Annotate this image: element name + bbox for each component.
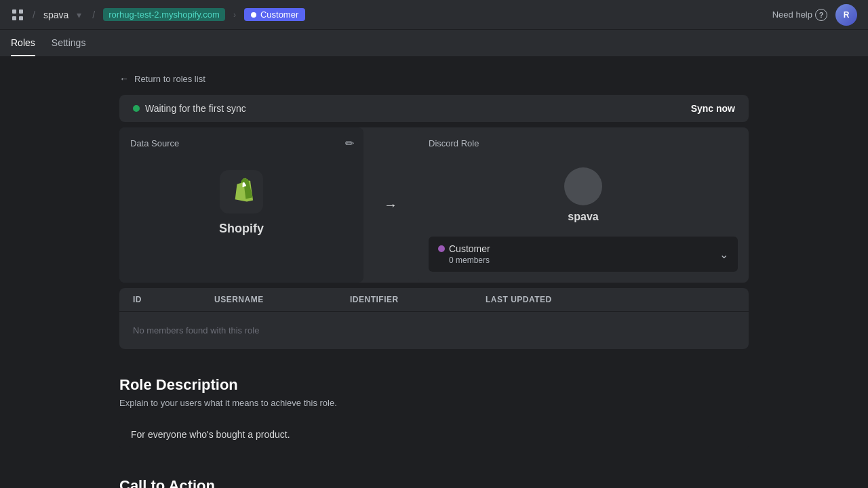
grid-icon — [11, 8, 24, 22]
role-members: 0 members — [449, 256, 490, 265]
table-empty-message: No members found with this role — [119, 312, 749, 349]
table-header: ID Username Identifier Last updated — [119, 288, 749, 312]
role-name-row: Customer — [438, 243, 490, 254]
workspace-name: spava — [43, 9, 68, 20]
discord-role-title: Discord Role — [429, 138, 738, 148]
topbar-right: Need help ? R — [772, 4, 857, 26]
discord-role-card: Discord Role spava Customer 0 members ⌄ — [418, 127, 749, 283]
svg-rect-0 — [12, 9, 16, 14]
data-source-title: Data Source — [130, 138, 179, 148]
role-description-section: Role Description Explain to your users w… — [119, 376, 749, 450]
column-last-updated: Last updated — [486, 295, 735, 304]
sync-status-text: Waiting for the first sync — [145, 103, 246, 114]
back-link-label: Return to roles list — [134, 74, 205, 84]
role-selector[interactable]: Customer 0 members ⌄ — [429, 237, 738, 272]
discord-logo-dot — [251, 12, 256, 18]
shopify-label: Shopify — [219, 222, 264, 236]
svg-rect-3 — [19, 16, 23, 20]
dropdown-arrow: ▾ — [77, 9, 81, 20]
avatar[interactable]: R — [835, 4, 857, 26]
sync-bar: Waiting for the first sync Sync now — [119, 95, 749, 122]
secondary-nav: Roles Settings — [0, 30, 868, 57]
sync-status: Waiting for the first sync — [133, 103, 246, 114]
role-description-desc: Explain to your users what it means to a… — [119, 398, 749, 408]
current-breadcrumb-label: Customer — [260, 9, 298, 20]
back-arrow-icon: ← — [119, 73, 129, 84]
server-avatar — [564, 167, 602, 205]
column-username: Username — [214, 295, 350, 304]
tab-roles[interactable]: Roles — [11, 30, 35, 56]
main-content: ← Return to roles list Waiting for the f… — [108, 57, 760, 488]
server-name: spava — [568, 211, 598, 223]
tab-settings[interactable]: Settings — [52, 30, 86, 56]
green-status-dot — [133, 105, 140, 112]
role-name: Customer — [449, 243, 490, 254]
edit-icon[interactable]: ✏ — [345, 137, 354, 150]
current-breadcrumb: Customer — [244, 8, 305, 21]
svg-rect-2 — [12, 16, 16, 20]
cards-row: Data Source ✏ Shopify → Disco — [119, 127, 749, 283]
svg-rect-1 — [19, 9, 23, 14]
members-table: ID Username Identifier Last updated No m… — [119, 288, 749, 349]
need-help-label: Need help — [772, 9, 812, 20]
role-description-input[interactable] — [119, 419, 749, 450]
breadcrumb-area: / spava ▾ / rorhug-test-2.myshopify.com … — [11, 8, 305, 22]
arrow-connector: → — [363, 127, 418, 283]
role-color-dot — [438, 245, 445, 252]
data-source-card: Data Source ✏ Shopify — [119, 127, 363, 283]
breadcrumb-chevron: › — [233, 10, 236, 20]
chevron-down-icon: ⌄ — [719, 248, 728, 261]
sync-now-button[interactable]: Sync now — [691, 103, 735, 114]
topbar: / spava ▾ / rorhug-test-2.myshopify.com … — [0, 0, 868, 30]
flow-arrow-icon: → — [384, 197, 397, 213]
server-display: spava — [429, 157, 738, 237]
column-id: ID — [133, 295, 214, 304]
help-icon: ? — [815, 9, 827, 21]
role-description-title: Role Description — [119, 376, 749, 394]
need-help-button[interactable]: Need help ? — [772, 9, 827, 21]
shopify-breadcrumb[interactable]: rorhug-test-2.myshopify.com — [103, 8, 225, 21]
shopify-icon — [220, 170, 263, 214]
path-separator: / — [33, 9, 35, 20]
path-separator-2: / — [92, 9, 95, 20]
shopify-logo-area: Shopify — [130, 157, 353, 249]
avatar-initials: R — [844, 10, 850, 20]
role-info: Customer 0 members — [438, 243, 490, 265]
call-to-action-title: Call to Action — [119, 477, 749, 488]
back-link[interactable]: ← Return to roles list — [119, 73, 749, 84]
call-to-action-section: Call to Action Activate your users by pr… — [119, 477, 749, 488]
column-identifier: Identifier — [350, 295, 486, 304]
